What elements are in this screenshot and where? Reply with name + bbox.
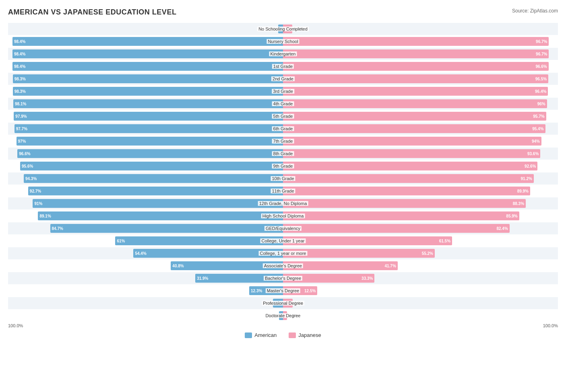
bar-row: 94.3%91.2%10th Grade [8,172,558,185]
bar-american: 97.7% [14,124,283,133]
bar-american [279,311,283,320]
legend-label-japanese: Japanese [298,332,321,338]
right-section: 89.9% [283,185,558,197]
bar-american: 61% [115,236,283,245]
right-section: 61.5% [283,235,558,247]
chart-title: American vs Japanese Education Level [8,8,176,16]
bar-japanese: 88.3% [283,199,526,208]
bar-row: 98.4%96.6%1st Grade [8,60,558,72]
bottom-label-left: 100.0% [8,323,23,328]
left-section: 40.8% [8,260,283,272]
right-section: 95.4% [283,123,558,135]
right-section: 92.6% [283,160,558,172]
bar-japanese: 95.4% [283,124,545,133]
left-section: 89.1% [8,210,283,222]
bar-japanese: 41.7% [283,261,398,270]
right-section: 96.7% [283,48,558,60]
bar-american: 98.4% [12,62,283,71]
bar-japanese: 12.5% [283,286,317,295]
right-section: 95.7% [283,110,558,122]
bar-row: 31.9%33.3%Bachelor's Degree [8,272,558,284]
bar-row: 3.6%3.5%Professional Degree [8,297,558,309]
left-section: 12.3% [8,285,283,297]
bar-american: 95.6% [20,162,283,170]
bar-japanese: 55.2% [283,249,435,258]
left-section: 98.4% [8,60,283,72]
bar-japanese: 96% [283,99,547,108]
bar-american: 96.6% [17,149,283,158]
left-section: 98.4% [8,48,283,60]
left-section: 91% [8,197,283,209]
bar-japanese: 92.6% [283,162,537,170]
bar-row: 98.4%96.7%Kindergarten [8,48,558,60]
bar-japanese: 61.5% [283,236,452,245]
bar-row: 40.8%41.7%Associate's Degree [8,260,558,272]
left-section: 95.6% [8,160,283,172]
bar-row: 98.3%96.4%3rd Grade [8,85,558,97]
bar-japanese [283,299,293,308]
right-section: 3.5% [283,297,558,309]
bar-row: 1.7%3.3%No Schooling Completed [8,23,558,35]
bar-row: 1.5%1.5%Doctorate Degree [8,310,558,322]
left-section: 97% [8,135,283,147]
bar-row: 91%88.3%12th Grade, No Diploma [8,197,558,209]
legend-box-japanese [289,332,296,338]
bottom-label-right: 100.0% [543,323,558,328]
bar-row: 98.4%96.7%Nursery School [8,35,558,47]
right-section: 33.3% [283,272,558,284]
bar-american: 98.3% [13,87,283,96]
chart-container: American vs Japanese Education Level Sou… [8,8,558,338]
left-section: 3.6% [8,297,283,309]
bar-american: 97.9% [14,112,283,121]
chart-source: Source: ZipAtlas.com [512,8,558,14]
bar-japanese: 33.3% [283,274,374,283]
left-section: 98.3% [8,85,283,97]
right-section: 91.2% [283,172,558,185]
bar-american [273,299,283,308]
left-section: 84.7% [8,222,283,234]
bar-row: 97.7%95.4%6th Grade [8,123,558,135]
legend-american: American [245,332,277,338]
bar-american: 91% [33,199,283,208]
bar-japanese: 91.2% [283,174,534,183]
bar-row: 95.6%92.6%9th Grade [8,160,558,172]
left-section: 97.7% [8,123,283,135]
bar-row: 98.1%96%4th Grade [8,98,558,110]
right-section: 96.5% [283,73,558,85]
left-section: 97.9% [8,110,283,122]
bar-japanese: 93.6% [283,149,540,158]
right-section: 88.3% [283,197,558,209]
right-section: 3.3% [283,23,558,35]
left-section: 96.6% [8,148,283,160]
bar-japanese: 96.7% [283,37,549,46]
bar-american: 98.1% [13,99,283,108]
bar-american: 84.7% [50,224,283,233]
bar-american: 98.4% [12,37,283,46]
right-section: 82.4% [283,222,558,234]
bar-american: 12.3% [249,286,283,295]
left-section: 98.1% [8,98,283,110]
bar-row: 97%94%7th Grade [8,135,558,147]
right-section: 1.5% [283,310,558,322]
right-section: 96% [283,98,558,110]
bar-japanese: 85.9% [283,211,519,220]
bar-japanese [283,25,292,33]
bottom-labels: 100.0% 100.0% [8,323,558,328]
bar-row: 92.7%89.9%11th Grade [8,185,558,197]
bar-american: 98.3% [13,74,283,83]
right-section: 41.7% [283,260,558,272]
legend-japanese: Japanese [289,332,321,338]
bar-row: 54.4%55.2%College, 1 year or more [8,247,558,259]
bar-japanese: 82.4% [283,224,510,233]
bar-row: 89.1%85.9%High School Diploma [8,210,558,222]
left-section: 94.3% [8,172,283,185]
bar-row: 61%61.5%College, Under 1 year [8,235,558,247]
bar-japanese [283,311,287,320]
left-section: 92.7% [8,185,283,197]
left-section: 61% [8,235,283,247]
bar-american: 92.7% [28,187,283,195]
legend-label-american: American [254,332,277,338]
right-section: 55.2% [283,247,558,259]
bar-row: 84.7%82.4%GED/Equivalency [8,222,558,234]
left-section: 1.5% [8,310,283,322]
